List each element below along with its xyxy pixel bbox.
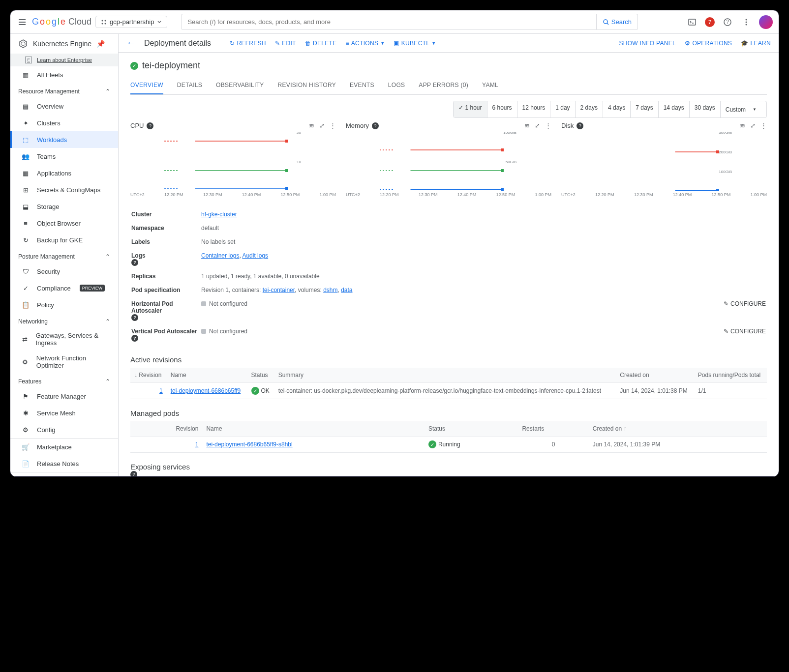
tab-app-errors-[interactable]: APP ERRORS (0) [419, 77, 468, 94]
volume-data-link[interactable]: data [341, 287, 352, 293]
pod-link[interactable]: tei-deployment-6686b65ff9-s8hbl [206, 441, 292, 448]
time-range-option[interactable]: 30 days [690, 101, 721, 117]
tab-logs[interactable]: LOGS [388, 77, 405, 94]
back-icon[interactable]: ← [126, 38, 135, 48]
help-icon[interactable]: ? [577, 122, 583, 129]
enterprise-banner[interactable]: ELearn about Enterprise [10, 54, 118, 66]
section-networking[interactable]: Networking⌃ [10, 313, 118, 328]
product-header: Kubernetes Engine 📌 [10, 34, 118, 54]
sidebar-item-fleets[interactable]: ▦All Fleets [10, 66, 118, 83]
page-title: Deployment details [144, 39, 211, 48]
help-icon[interactable]: ? [131, 259, 138, 266]
delete-button[interactable]: 🗑 Delete [305, 40, 337, 47]
sidebar-item-policy[interactable]: 📋Policy [10, 296, 118, 313]
container-link[interactable]: tei-container [263, 287, 295, 293]
section-features[interactable]: Features⌃ [10, 373, 118, 388]
sidebar-item-object-browser[interactable]: ≡Object Browser [10, 215, 118, 232]
help-icon[interactable]: ? [131, 335, 138, 342]
collapse-sidebar-icon[interactable]: ‹ [10, 472, 118, 476]
sidebar-marketplace[interactable]: 🛒Marketplace [10, 438, 118, 455]
time-range-option[interactable]: 1 day [550, 101, 575, 117]
sidebar-item-overview[interactable]: ▤Overview [10, 98, 118, 115]
show-info-button[interactable]: Show Info Panel [619, 40, 676, 47]
tab-events[interactable]: EVENTS [350, 77, 374, 94]
chart-expand-icon[interactable]: ⤢ [535, 122, 540, 129]
cluster-link[interactable]: hf-gke-cluster [201, 211, 237, 218]
time-range-option[interactable]: 4 days [603, 101, 631, 117]
container-logs-link[interactable]: Container logs [201, 252, 239, 259]
tab-observability[interactable]: OBSERVABILITY [216, 77, 264, 94]
sidebar-item-compliance[interactable]: ✓CompliancePREVIEW [10, 280, 118, 296]
project-picker[interactable]: gcp-partnership [95, 16, 167, 28]
chart-expand-icon[interactable]: ⤢ [750, 122, 756, 129]
tab-revision-history[interactable]: REVISION HISTORY [278, 77, 336, 94]
sidebar-item-clusters[interactable]: ✦Clusters [10, 115, 118, 131]
time-range-option[interactable]: 2 days [576, 101, 603, 117]
deployment-title: ✓ tei-deployment [130, 60, 767, 71]
sidebar-item-backup[interactable]: ↻Backup for GKE [10, 232, 118, 248]
chart-more-icon[interactable]: ⋮ [545, 122, 551, 129]
time-range-option[interactable]: 7 days [631, 101, 658, 117]
volume-dshm-link[interactable]: dshm [323, 287, 337, 293]
configure-hpa-button[interactable]: ✎ CONFIGURE [724, 300, 766, 307]
time-range-option[interactable]: 6 hours [487, 101, 517, 117]
chart-expand-icon[interactable]: ⤢ [319, 122, 325, 129]
help-icon[interactable]: ? [722, 16, 733, 28]
pin-icon[interactable]: 📌 [96, 40, 105, 48]
actions-button[interactable]: ≡ Actions ▼ [346, 40, 385, 47]
chart-cpu: CPU?≋⤢⋮1020UTC+212:20 PM12:30 PM12:40 PM… [130, 122, 336, 197]
search-input[interactable] [181, 14, 596, 30]
help-icon[interactable]: ? [372, 122, 379, 129]
svg-point-0 [102, 20, 103, 21]
sidebar-item-gateways[interactable]: ⇄Gateways, Services & Ingress [10, 328, 118, 351]
sidebar-item-nfo[interactable]: ⚙Network Function Optimizer [10, 351, 118, 373]
tab-details[interactable]: DETAILS [177, 77, 202, 94]
chart-legend-icon[interactable]: ≋ [740, 122, 745, 129]
sidebar-item-service-mesh[interactable]: ✱Service Mesh [10, 405, 118, 421]
svg-rect-41 [716, 189, 719, 191]
chart-legend-icon[interactable]: ≋ [309, 122, 314, 129]
help-icon[interactable]: ? [147, 122, 153, 129]
sidebar-item-security[interactable]: 🛡Security [10, 263, 118, 280]
svg-text:50GiB: 50GiB [506, 160, 516, 164]
chart-more-icon[interactable]: ⋮ [330, 122, 336, 129]
sidebar-item-feature-manager[interactable]: ⚑Feature Manager [10, 388, 118, 405]
revision-link[interactable]: tei-deployment-6686b65ff9 [171, 387, 241, 394]
avatar[interactable] [759, 15, 773, 29]
edit-button[interactable]: ✎ Edit [275, 40, 296, 47]
sidebar-item-applications[interactable]: ▦Applications [10, 165, 118, 181]
tab-yaml[interactable]: YAML [482, 77, 498, 94]
sidebar-item-secrets[interactable]: ⊞Secrets & ConfigMaps [10, 181, 118, 198]
table-row: 1tei-deployment-6686b65ff9-s8hbl✓ Runnin… [130, 437, 767, 453]
more-icon[interactable] [740, 16, 752, 28]
time-range-option[interactable]: Custom ▼ [721, 101, 766, 117]
kubectl-button[interactable]: ▣ Kubectl ▼ [394, 40, 436, 47]
help-icon[interactable]: ? [131, 314, 138, 321]
operations-button[interactable]: ⚙ Operations [685, 40, 732, 47]
configure-vpa-button[interactable]: ✎ CONFIGURE [724, 328, 766, 335]
svg-point-10 [746, 24, 747, 25]
search-button[interactable]: Search [597, 14, 638, 30]
menu-icon[interactable] [16, 16, 28, 28]
sidebar-item-workloads[interactable]: ⬚Workloads [10, 131, 118, 148]
svg-text:300GiB: 300GiB [719, 132, 732, 135]
notification-badge[interactable]: 7 [705, 17, 715, 27]
sidebar-item-storage[interactable]: ⬓Storage [10, 198, 118, 215]
cloudshell-icon[interactable] [686, 16, 698, 28]
sidebar-release-notes[interactable]: 📄Release Notes [10, 455, 118, 472]
section-posture[interactable]: Posture Management⌃ [10, 248, 118, 263]
help-icon[interactable]: ? [130, 471, 137, 476]
tab-overview[interactable]: OVERVIEW [130, 77, 163, 94]
sidebar-item-teams[interactable]: 👥Teams [10, 148, 118, 165]
chart-more-icon[interactable]: ⋮ [760, 122, 767, 129]
audit-logs-link[interactable]: Audit logs [242, 252, 268, 259]
section-resource[interactable]: Resource Management⌃ [10, 83, 118, 98]
refresh-button[interactable]: ↻ Refresh [230, 40, 266, 47]
sidebar-item-config[interactable]: ⚙Config [10, 421, 118, 438]
time-range-option[interactable]: 1 hour [454, 101, 487, 117]
chart-legend-icon[interactable]: ≋ [524, 122, 530, 129]
time-range-option[interactable]: 14 days [659, 101, 690, 117]
time-range-option[interactable]: 12 hours [517, 101, 551, 117]
logo[interactable]: GoogleCloud [32, 17, 91, 27]
learn-button[interactable]: 🎓 Learn [741, 40, 771, 47]
